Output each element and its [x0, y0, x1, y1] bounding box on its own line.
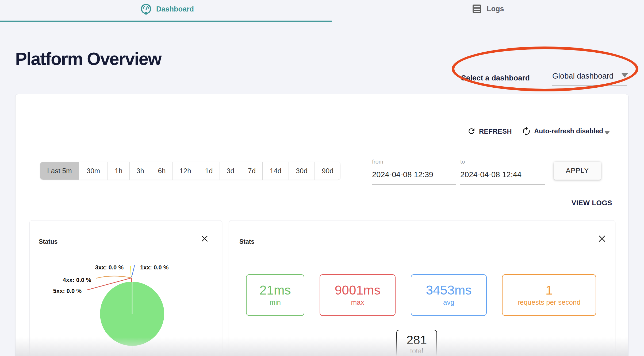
range-button-7d[interactable]: 7d — [241, 162, 262, 180]
stat-max-value: 9001ms — [335, 284, 381, 297]
range-button-3d[interactable]: 3d — [220, 162, 241, 180]
pie-label-1xx: 1xx: 0.0 % — [140, 264, 168, 271]
annotation-red-ellipse — [452, 47, 638, 91]
range-button-last-5m[interactable]: Last 5m — [40, 162, 79, 180]
stat-box-min: 21ms min — [246, 274, 304, 316]
dashboard-selector-value[interactable]: Global dashboard — [552, 72, 614, 80]
pie-label-4xx: 4xx: 0.0 % — [63, 277, 91, 283]
dashboard-gauge-icon — [140, 3, 152, 15]
autorefresh-sync-icon — [522, 126, 531, 136]
pie-label-3xx: 3xx: 0.0 % — [95, 264, 124, 271]
status-card: Status 3xx: 0.0 % 1xx: 0.0 % 4xx: 0.0 % … — [29, 220, 222, 356]
apply-button[interactable]: APPLY — [554, 162, 601, 180]
from-date-underline — [372, 184, 456, 185]
range-button-90d[interactable]: 90d — [315, 162, 340, 180]
tab-dashboard-label: Dashboard — [156, 5, 194, 13]
dashboard-selector-chevron-down-icon[interactable] — [622, 73, 628, 78]
stat-rps-value: 1 — [546, 284, 553, 297]
total-requests-label: total — [410, 347, 423, 355]
stat-box-max: 9001ms max — [320, 274, 396, 316]
tab-logs-label: Logs — [487, 5, 504, 13]
stat-box-avg: 3453ms avg — [411, 274, 487, 316]
logs-list-icon — [471, 3, 482, 14]
total-requests-value: 281 — [407, 334, 427, 346]
range-button-6h[interactable]: 6h — [151, 162, 172, 180]
range-button-14d[interactable]: 14d — [262, 162, 289, 180]
pie-label-5xx: 5xx: 0.0 % — [53, 288, 82, 294]
total-requests-box: 281 total — [396, 330, 437, 356]
tab-dashboard[interactable]: Dashboard — [140, 3, 194, 15]
to-label: to — [460, 158, 465, 165]
range-button-3h[interactable]: 3h — [129, 162, 151, 180]
to-date-input[interactable] — [460, 170, 543, 179]
status-pie-chart: 3xx: 0.0 % 1xx: 0.0 % 4xx: 0.0 % 5xx: 0.… — [30, 220, 222, 356]
time-range-button-group: Last 5m 30m 1h 3h 6h 12h 1d 3d 7d 14d 30… — [40, 162, 340, 180]
top-navigation: Dashboard Logs — [0, 0, 644, 22]
from-label: from — [372, 158, 383, 165]
range-button-1h[interactable]: 1h — [108, 162, 129, 180]
active-tab-underline — [0, 21, 332, 22]
range-button-12h[interactable]: 12h — [172, 162, 198, 180]
stats-card-title: Stats — [239, 238, 254, 245]
autorefresh-select[interactable]: Auto-refresh disabled — [522, 126, 603, 136]
refresh-button[interactable]: REFRESH — [467, 127, 512, 136]
stat-avg-value: 3453ms — [426, 284, 472, 297]
stat-rps-label: requests per second — [518, 298, 581, 307]
stat-min-value: 21ms — [259, 284, 291, 297]
refresh-icon — [467, 127, 476, 136]
range-button-30m[interactable]: 30m — [79, 162, 108, 180]
dashboard-panel: REFRESH Auto-refresh disabled Last 5m 30… — [15, 94, 628, 356]
stat-max-label: max — [351, 298, 364, 307]
pie-leader-4xx — [96, 276, 131, 278]
dashboard-selector-underline — [552, 85, 627, 86]
autorefresh-underline — [534, 146, 611, 146]
stat-avg-label: avg — [443, 298, 454, 307]
range-button-1d[interactable]: 1d — [198, 162, 220, 180]
dashboard-selector-label: Select a dashboard — [461, 74, 530, 82]
pie-leader-3xx — [131, 266, 131, 277]
stats-card-close-icon[interactable] — [597, 234, 607, 243]
stat-box-rps: 1 requests per second — [502, 274, 596, 316]
pie-leader-1xx — [132, 265, 135, 277]
from-date-input[interactable] — [372, 170, 455, 179]
tab-logs[interactable]: Logs — [471, 3, 504, 14]
range-button-30d[interactable]: 30d — [289, 162, 315, 180]
stats-card: Stats 21ms min 9001ms max 3453ms avg 1 r… — [229, 220, 615, 356]
page-title: Platform Overview — [15, 49, 161, 69]
autorefresh-chevron-down-icon[interactable] — [604, 131, 610, 135]
refresh-label: REFRESH — [479, 127, 512, 135]
autorefresh-label: Auto-refresh disabled — [534, 127, 603, 135]
to-date-underline — [460, 184, 545, 185]
view-logs-link[interactable]: VIEW LOGS — [572, 199, 612, 207]
stat-min-label: min — [270, 298, 281, 307]
